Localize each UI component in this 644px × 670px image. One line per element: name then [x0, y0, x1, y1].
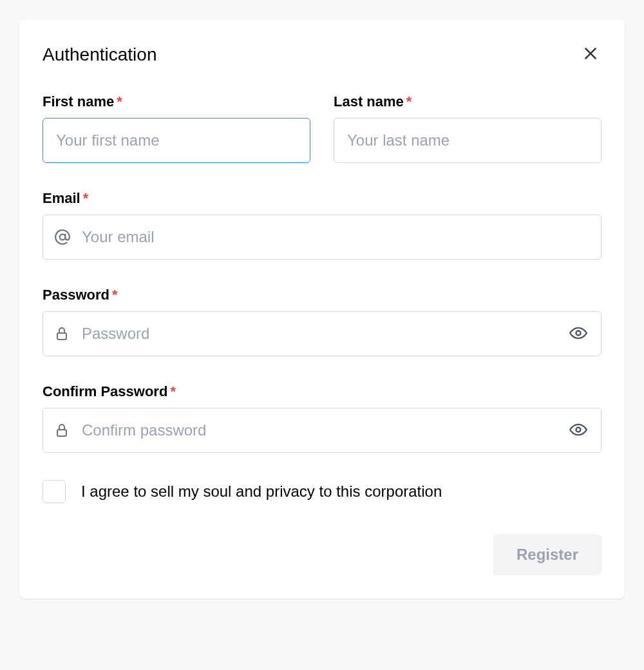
modal-footer: Register [43, 534, 601, 575]
email-input-wrapper [43, 215, 601, 260]
password-input-wrapper [43, 311, 601, 356]
eye-icon [569, 324, 587, 344]
close-button[interactable] [580, 43, 601, 66]
confirm-password-group: Confirm Password* [43, 383, 601, 453]
agreement-row: I agree to sell my soul and privacy to t… [43, 480, 601, 503]
first-name-input[interactable] [43, 118, 310, 163]
modal-title: Authentication [43, 44, 156, 65]
auth-modal: Authentication First name* Last name* [19, 19, 625, 598]
confirm-password-input[interactable] [43, 408, 601, 453]
required-star: * [406, 93, 412, 110]
confirm-password-input-wrapper [43, 408, 601, 453]
toggle-confirm-password-visibility[interactable] [567, 418, 590, 443]
password-label-text: Password [43, 287, 109, 303]
last-name-label: Last name* [334, 93, 601, 110]
last-name-group: Last name* [334, 93, 601, 163]
first-name-label: First name* [43, 93, 310, 110]
last-name-input[interactable] [334, 118, 601, 163]
first-name-input-wrapper [43, 118, 310, 163]
close-icon [582, 45, 599, 64]
svg-point-4 [576, 330, 581, 335]
required-star: * [83, 190, 89, 206]
email-input[interactable] [43, 215, 601, 260]
eye-icon [569, 421, 587, 441]
svg-point-6 [576, 427, 581, 432]
email-label: Email* [43, 190, 601, 207]
register-button[interactable]: Register [493, 534, 601, 575]
password-group: Password* [43, 287, 601, 356]
password-label: Password* [43, 287, 601, 303]
last-name-label-text: Last name [334, 93, 404, 110]
email-group: Email* [43, 190, 601, 260]
first-name-label-text: First name [43, 93, 114, 110]
agreement-label[interactable]: I agree to sell my soul and privacy to t… [81, 483, 442, 501]
required-star: * [112, 287, 118, 303]
agreement-checkbox[interactable] [43, 480, 66, 503]
last-name-input-wrapper [334, 118, 601, 163]
confirm-password-label: Confirm Password* [43, 383, 601, 400]
password-input[interactable] [43, 311, 601, 356]
first-name-group: First name* [43, 93, 310, 163]
confirm-password-label-text: Confirm Password [43, 383, 167, 399]
email-label-text: Email [43, 190, 80, 206]
name-row: First name* Last name* [43, 93, 601, 163]
toggle-password-visibility[interactable] [567, 321, 590, 347]
modal-header: Authentication [43, 43, 601, 66]
required-star: * [170, 383, 176, 399]
required-star: * [117, 93, 122, 110]
